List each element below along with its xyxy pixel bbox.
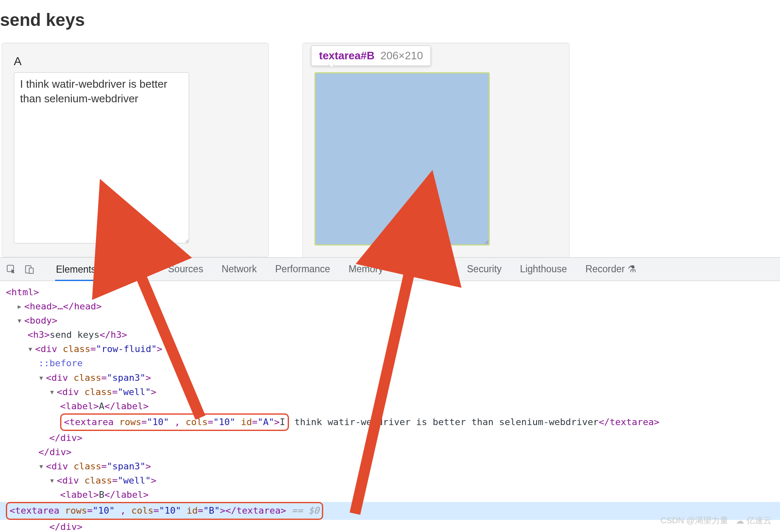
tab-application[interactable]: Application [401,263,450,275]
watermark-yisu: ☁亿速云 [736,515,772,526]
label-a: A [14,55,257,68]
devtools-tabbar: Elements Console Sources Network Perform… [0,258,780,281]
dom-line[interactable]: ▾<div class="span3"> [6,459,774,474]
flask-icon: ⚗ [628,263,636,274]
tooltip-selector: textarea#B [319,49,375,62]
dom-line[interactable]: <label>B</label> [6,488,774,502]
well-b: textarea#B 206×210 [302,43,570,259]
watermark-csdn: CSDN @渴望力量 [660,515,728,526]
textarea-a[interactable] [14,72,189,243]
dom-line[interactable]: ▸<head>…</head> [6,299,774,314]
page-content: send keys A textarea#B 206×210 [0,0,780,259]
devtools-icon-group [6,264,35,275]
page-title: send keys [0,0,780,43]
inspect-tooltip: textarea#B 206×210 [311,46,431,66]
cloud-icon: ☁ [736,516,744,526]
device-icon[interactable] [24,264,35,275]
tab-sources[interactable]: Sources [167,263,204,275]
panel-a: A [2,43,269,259]
watermark: CSDN @渴望力量 ☁亿速云 [660,515,772,526]
panel-b: textarea#B 206×210 [302,43,570,259]
tab-recorder[interactable]: Recorder ⚗ [585,263,637,275]
dom-line[interactable]: ▾<div class="row-fluid"> [6,342,774,356]
dom-line[interactable]: ▾<div class="well"> [6,474,774,488]
svg-rect-2 [29,268,33,273]
tab-lighthouse[interactable]: Lighthouse [519,263,568,275]
dom-line[interactable]: <label>A</label> [6,399,774,413]
dom-line[interactable]: <h3>send keys</h3> [6,328,774,342]
dom-tree[interactable]: <html> ▸<head>…</head> ▾<body> <h3>send … [0,281,780,532]
well-a: A [2,43,269,257]
dom-line[interactable]: <html> [6,285,774,299]
textarea-b[interactable] [314,72,490,246]
tab-elements[interactable]: Elements [55,258,97,281]
inspect-icon[interactable] [6,264,17,275]
dom-line[interactable]: ▾<div class="well"> [6,385,774,399]
tab-memory[interactable]: Memory [348,263,384,275]
dom-line[interactable]: </div> [6,520,774,532]
tab-network[interactable]: Network [221,263,258,275]
devtools-panel: Elements Console Sources Network Perform… [0,257,780,532]
row-fluid: A textarea#B 206×210 [0,43,780,259]
dom-line[interactable]: ::before [6,356,774,370]
tooltip-dimensions: 206×210 [380,49,423,62]
tab-console[interactable]: Console [114,263,150,275]
tab-security[interactable]: Security [466,263,502,275]
dom-line[interactable]: ▾<div class="span3"> [6,371,774,385]
dom-line[interactable]: ▾<body> [6,314,774,328]
dom-line-textarea-a[interactable]: <textarea rows="10" , cols="10" id="A">I… [6,413,774,431]
tab-performance[interactable]: Performance [274,263,331,275]
dom-line[interactable]: </div> [6,445,774,459]
dom-line[interactable]: </div> [6,431,774,445]
